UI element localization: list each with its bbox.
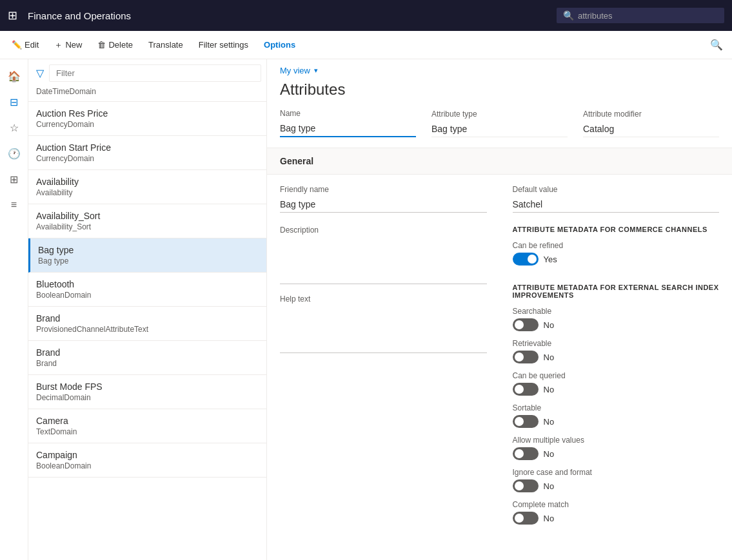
can-be-refined-toggle[interactable] [513,253,539,266]
external-search-title: ATTRIBUTE METADATA FOR EXTERNAL SEARCH I… [513,284,720,299]
can-be-queried-value: No [544,385,555,394]
retrievable-value: No [544,352,555,362]
commerce-metadata-title: ATTRIBUTE METADATA FOR COMMERCE CHANNELS [513,226,720,233]
list-toolbar: ▽ [28,59,266,84]
sortable-toggle[interactable] [513,415,539,428]
description-label: Description [280,226,487,235]
complete-match-toggle[interactable] [513,512,539,525]
friendly-name-field: Friendly name [280,185,487,213]
ignore-case-toggle-row: Ignore case and format No [513,468,720,492]
edit-icon: ✏️ [12,40,22,50]
description-input[interactable] [280,237,487,284]
sortable-label: Sortable [513,403,720,412]
content-area: 🏠 ⊟ ☆ 🕐 ⊞ ≡ ▽ DateTimeDomain Auction Res… [0,59,732,560]
can-be-queried-toggle[interactable] [513,383,539,396]
nav-recent[interactable]: 🕐 [3,142,26,165]
grid-icon[interactable]: ⊞ [8,8,17,23]
new-icon: ＋ [54,39,63,51]
nav-workspaces[interactable]: ⊞ [3,168,26,191]
allow-multiple-value: No [544,449,555,459]
name-field-group: Name [280,109,416,137]
list-panel: ▽ DateTimeDomain Auction Res Price Curre… [28,59,267,560]
general-grid: Friendly name Description Help text [280,185,719,532]
edit-button[interactable]: ✏️ Edit [5,36,45,53]
list-item[interactable]: Campaign BooleanDomain [28,443,266,478]
can-be-queried-toggle-row: Can be queried No [513,371,720,396]
list-item[interactable]: Auction Res Price CurrencyDomain [28,102,266,136]
options-button[interactable]: Options [257,36,302,53]
name-input[interactable] [280,121,416,137]
list-item[interactable]: Availability Availability [28,170,266,204]
view-selector[interactable]: My view ▾ [267,59,732,78]
list-item[interactable]: Bluetooth BooleanDomain [28,273,266,307]
delete-icon: 🗑 [97,40,106,50]
view-label[interactable]: My view [280,66,310,75]
attr-type-value: Bag type [431,121,568,137]
searchable-label: Searchable [513,307,720,316]
ignore-case-label: Ignore case and format [513,468,720,477]
commerce-metadata-section: ATTRIBUTE METADATA FOR COMMERCE CHANNELS… [513,226,720,273]
can-be-refined-value: Yes [544,255,557,264]
attr-modifier-field-group: Attribute modifier Catalog [583,110,719,137]
ignore-case-value: No [544,481,555,491]
default-value-label: Default value [513,185,720,194]
default-value-field: Default value [513,185,720,213]
list-item[interactable]: Brand ProvisionedChannelAttributeText [28,307,266,341]
command-bar: ✏️ Edit ＋ New 🗑 Delete Translate Filter … [0,31,732,59]
attr-modifier-label: Attribute modifier [583,110,719,119]
description-field: Description [280,226,487,284]
nav-favorites[interactable]: ☆ [3,116,26,139]
friendly-name-input[interactable] [280,197,487,213]
list-items: Auction Res Price CurrencyDomain Auction… [28,102,266,560]
new-button[interactable]: ＋ New [48,35,88,55]
left-general-col: Friendly name Description Help text [280,185,487,532]
retrievable-toggle[interactable] [513,351,539,363]
translate-button[interactable]: Translate [142,36,190,53]
help-text-field: Help text [280,294,487,353]
search-icon: 🔍 [563,10,574,21]
section-general-header: General [267,148,732,175]
help-text-input[interactable] [280,306,487,353]
searchable-toggle-row: Searchable No [513,307,720,331]
list-domain-header: DateTimeDomain [28,84,266,102]
nav-filter[interactable]: ⊟ [3,90,26,113]
global-search[interactable]: 🔍 [557,8,724,23]
complete-match-toggle-row: Complete match No [513,500,720,525]
search-command-icon[interactable]: 🔍 [706,35,727,55]
nav-modules[interactable]: ≡ [3,193,26,217]
attr-type-field-group: Attribute type Bag type [431,110,568,137]
nav-home[interactable]: 🏠 [3,64,26,88]
allow-multiple-toggle[interactable] [513,447,539,460]
ignore-case-toggle[interactable] [513,479,539,492]
filter-settings-button[interactable]: Filter settings [192,36,255,53]
complete-match-value: No [544,514,555,523]
filter-input[interactable] [49,64,261,82]
can-be-refined-label: Can be refined [513,241,720,250]
default-value-input[interactable] [513,197,720,213]
detail-panel: My view ▾ Attributes Name Attribute type… [267,59,732,560]
delete-button[interactable]: 🗑 Delete [91,36,139,53]
chevron-down-icon[interactable]: ▾ [314,66,318,75]
filter-icon[interactable]: ▽ [34,64,46,82]
search-input[interactable] [578,11,707,21]
sortable-toggle-row: Sortable No [513,403,720,428]
retrievable-label: Retrievable [513,339,720,348]
name-label: Name [280,109,416,118]
searchable-toggle[interactable] [513,318,539,331]
top-bar: ⊞ Finance and Operations 🔍 [0,0,732,31]
list-item[interactable]: Brand Brand [28,341,266,375]
list-item[interactable]: Availability_Sort Availability_Sort [28,204,266,238]
list-item[interactable]: Auction Start Price CurrencyDomain [28,136,266,170]
sortable-value: No [544,417,555,427]
list-item[interactable]: Camera TextDomain [28,409,266,443]
retrievable-toggle-row: Retrievable No [513,339,720,363]
list-item[interactable]: Burst Mode FPS DecimalDomain [28,375,266,409]
friendly-name-label: Friendly name [280,185,487,194]
list-item-selected[interactable]: Bag type Bag type [28,238,266,273]
can-be-queried-label: Can be queried [513,371,720,380]
left-nav: 🏠 ⊟ ☆ 🕐 ⊞ ≡ [0,59,28,560]
external-search-section: ATTRIBUTE METADATA FOR EXTERNAL SEARCH I… [513,284,720,532]
searchable-value: No [544,320,555,330]
help-text-label: Help text [280,294,487,304]
attr-type-label: Attribute type [431,110,568,119]
